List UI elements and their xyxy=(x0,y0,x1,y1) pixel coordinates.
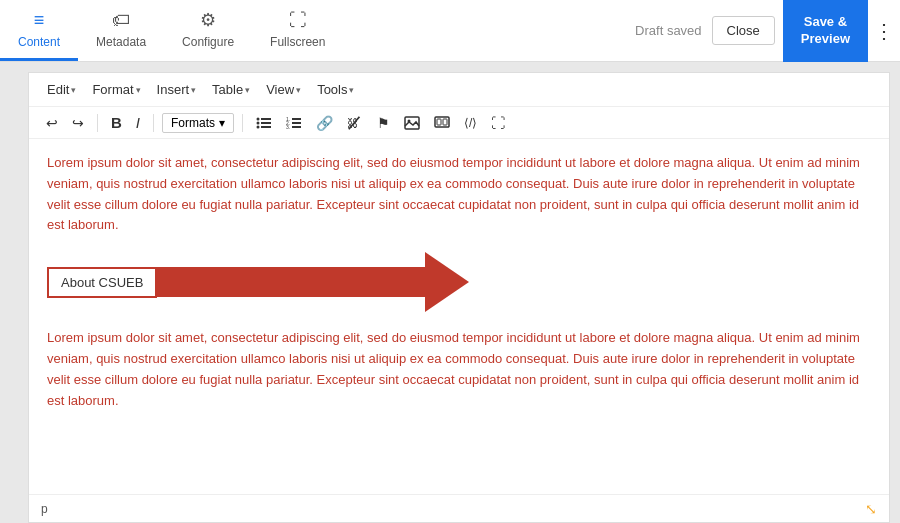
close-button[interactable]: Close xyxy=(712,16,775,45)
svg-rect-11 xyxy=(292,126,301,128)
formats-arrow-icon: ▾ xyxy=(219,116,225,130)
nav-metadata-label: Metadata xyxy=(96,35,146,49)
svg-point-2 xyxy=(257,125,260,128)
nav-right-actions: Draft saved Close xyxy=(635,0,783,61)
menu-table[interactable]: Table ▾ xyxy=(206,79,256,100)
status-tag: p xyxy=(41,502,48,516)
image-icon xyxy=(404,116,420,130)
toolbar-separator-3 xyxy=(242,114,243,132)
image-button[interactable] xyxy=(399,113,425,133)
format-arrow-icon: ▾ xyxy=(136,85,141,95)
svg-text:3.: 3. xyxy=(286,124,290,130)
svg-rect-9 xyxy=(292,118,301,120)
ul-icon xyxy=(256,116,272,130)
menu-edit[interactable]: Edit ▾ xyxy=(41,79,82,100)
nav-content-label: Content xyxy=(18,35,60,49)
svg-rect-10 xyxy=(292,122,301,124)
menu-bar: Edit ▾ Format ▾ Insert ▾ Table ▾ View xyxy=(29,73,889,107)
editor-card: Edit ▾ Format ▾ Insert ▾ Table ▾ View xyxy=(28,72,890,523)
fullscreen-icon: ⛶ xyxy=(289,10,307,31)
draft-saved-status: Draft saved xyxy=(635,23,701,38)
metadata-icon: 🏷 xyxy=(112,10,130,31)
menu-insert[interactable]: Insert ▾ xyxy=(151,79,203,100)
menu-view[interactable]: View ▾ xyxy=(260,79,307,100)
save-preview-button[interactable]: Save & Preview xyxy=(783,0,868,62)
svg-rect-5 xyxy=(261,126,271,128)
nav-metadata[interactable]: 🏷 Metadata xyxy=(78,0,164,61)
editor-toolbar: ↩ ↪ B I Formats ▾ xyxy=(29,107,889,139)
undo-button[interactable]: ↩ xyxy=(41,112,63,134)
menu-format[interactable]: Format ▾ xyxy=(86,79,146,100)
table-arrow-icon: ▾ xyxy=(245,85,250,95)
paragraph-1: Lorem ipsum dolor sit amet, consectetur … xyxy=(47,153,871,236)
configure-icon: ⚙ xyxy=(200,9,216,31)
nav-configure-label: Configure xyxy=(182,35,234,49)
about-csueb-link[interactable]: About CSUEB xyxy=(47,267,157,298)
link-annotation-row: About CSUEB xyxy=(47,252,871,312)
svg-point-0 xyxy=(257,117,260,120)
unlink-button[interactable]: ⛓ xyxy=(342,113,368,133)
media-icon xyxy=(434,116,450,130)
toolbar-separator-1 xyxy=(97,114,98,132)
paragraph-2: Lorem ipsum dolor sit amet, consectetur … xyxy=(47,328,871,411)
nav-content[interactable]: ≡ Content xyxy=(0,0,78,61)
view-arrow-icon: ▾ xyxy=(296,85,301,95)
svg-rect-17 xyxy=(437,119,441,125)
anchor-button[interactable]: ⚑ xyxy=(372,112,395,134)
svg-rect-18 xyxy=(443,119,447,125)
edit-arrow-icon: ▾ xyxy=(71,85,76,95)
bold-button[interactable]: B xyxy=(106,111,127,134)
ol-icon: 1. 2. 3. xyxy=(286,116,302,130)
more-options-button[interactable]: ⋮ xyxy=(868,0,900,61)
media-button[interactable] xyxy=(429,113,455,133)
nav-configure[interactable]: ⚙ Configure xyxy=(164,0,252,61)
svg-rect-4 xyxy=(261,122,271,124)
svg-rect-3 xyxy=(261,118,271,120)
nav-fullscreen-label: Fullscreen xyxy=(270,35,325,49)
status-bar: p ⤡ xyxy=(29,494,889,522)
main-area: Edit ▾ Format ▾ Insert ▾ Table ▾ View xyxy=(0,62,900,523)
tools-arrow-icon: ▾ xyxy=(349,85,354,95)
fullscreen-editor-button[interactable]: ⛶ xyxy=(486,112,510,134)
arrow-shaft xyxy=(155,267,425,297)
redo-button[interactable]: ↪ xyxy=(67,112,89,134)
top-navigation: ≡ Content 🏷 Metadata ⚙ Configure ⛶ Fulls… xyxy=(0,0,900,62)
svg-point-1 xyxy=(257,121,260,124)
content-icon: ≡ xyxy=(34,10,45,31)
unlink-icon: ⛓ xyxy=(347,116,363,130)
left-sidebar xyxy=(0,62,18,523)
insert-arrow-icon: ▾ xyxy=(191,85,196,95)
italic-button[interactable]: I xyxy=(131,111,145,134)
link-button[interactable]: 🔗 xyxy=(311,112,338,134)
resize-icon: ⤡ xyxy=(865,501,877,517)
toolbar-separator-2 xyxy=(153,114,154,132)
editor-outer: Edit ▾ Format ▾ Insert ▾ Table ▾ View xyxy=(18,62,900,523)
arrow-head xyxy=(425,252,469,312)
code-button[interactable]: ⟨/⟩ xyxy=(459,113,482,133)
red-arrow-annotation xyxy=(155,252,469,312)
unordered-list-button[interactable] xyxy=(251,113,277,133)
nav-fullscreen[interactable]: ⛶ Fullscreen xyxy=(252,0,343,61)
ordered-list-button[interactable]: 1. 2. 3. xyxy=(281,113,307,133)
menu-tools[interactable]: Tools ▾ xyxy=(311,79,360,100)
formats-dropdown[interactable]: Formats ▾ xyxy=(162,113,234,133)
editor-content[interactable]: Lorem ipsum dolor sit amet, consectetur … xyxy=(29,139,889,494)
